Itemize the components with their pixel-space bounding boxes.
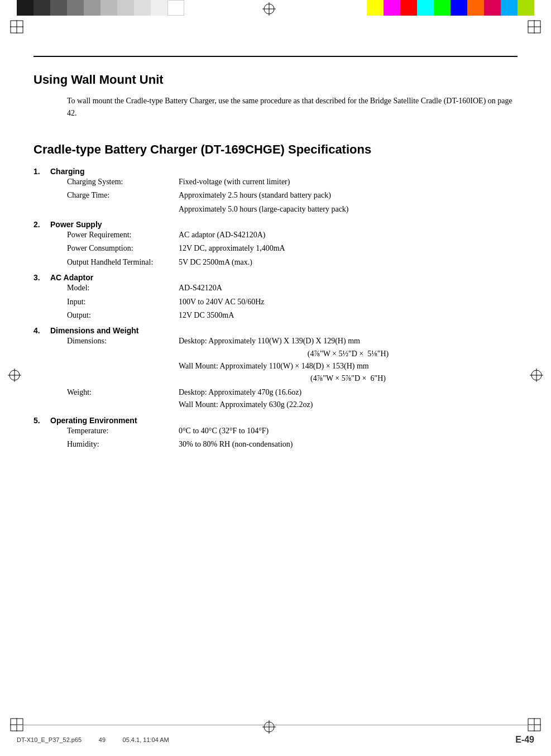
main-content: Using Wall Mount Unit To wall mount the … [33, 56, 518, 722]
spec-label: Input: [67, 296, 179, 308]
spec-number-4: 4. [33, 326, 50, 335]
spec-label: Model: [67, 282, 179, 294]
color-strip [400, 0, 417, 16]
spec-section-title-1: Charging [50, 167, 84, 176]
spec-rows-charging: Charging System: Fixed-voltage (with cur… [67, 176, 518, 216]
specs-title: Cradle-type Battery Charger (DT-169CHGE)… [33, 142, 518, 157]
footer-filename: DT-X10_E_P37_52.p65 [17, 736, 82, 743]
spec-label [67, 203, 179, 216]
top-rule [33, 56, 518, 57]
reg-mark-top [262, 2, 276, 18]
spec-label: Charge Time: [67, 189, 179, 202]
color-strip [434, 0, 451, 16]
spec-row: Power Requirement: AC adaptor (AD-S42120… [67, 229, 518, 241]
color-strip [151, 0, 167, 16]
reg-mark-bottom-left [10, 718, 23, 734]
spec-row: Power Consumption: 12V DC, approximately… [67, 242, 518, 255]
spec-value: Approximately 2.5 hours (standard batter… [179, 189, 518, 202]
spec-value: Desktop: Approximately 470g (16.6oz) Wal… [179, 386, 518, 412]
spec-number-1: 1. [33, 167, 50, 176]
footer-page-label: E-49 [276, 735, 535, 745]
spec-row: Temperature: 0°C to 40°C (32°F to 104°F) [67, 425, 518, 437]
footer-page-number: 49 [99, 736, 106, 743]
color-strip [100, 0, 117, 16]
spec-value: 100V to 240V AC 50/60Hz [179, 296, 518, 308]
spec-rows-ac: Model: AD-S42120A Input: 100V to 240V AC… [67, 282, 518, 322]
color-strip [134, 0, 151, 16]
color-strip [84, 0, 100, 16]
bottom-rule [17, 725, 534, 725]
color-strip [467, 0, 484, 16]
spec-label: Charging System: [67, 176, 179, 188]
spec-value: Approximately 5.0 hours (large-capacity … [179, 203, 518, 216]
spec-label: Temperature: [67, 425, 179, 437]
spec-value: Desktop: Approximately 110(W) X 139(D) X… [179, 335, 518, 385]
spec-rows-environment: Temperature: 0°C to 40°C (32°F to 104°F)… [67, 425, 518, 451]
color-strip [518, 0, 534, 16]
spec-value: 12V DC 3500mA [179, 309, 518, 322]
reg-mark-bottom-right [528, 718, 541, 734]
spec-row: Output Handheld Terminal: 5V DC 2500mA (… [67, 256, 518, 269]
spec-item-charging: 1. Charging Charging System: Fixed-volta… [33, 167, 518, 216]
color-strip [484, 0, 501, 16]
reg-mark-bottom-center [262, 720, 276, 736]
wall-mount-title: Using Wall Mount Unit [33, 73, 518, 87]
spec-value: 5V DC 2500mA (max.) [179, 256, 518, 269]
color-strip [117, 0, 134, 16]
spec-row: Approximately 5.0 hours (large-capacity … [67, 203, 518, 216]
spec-number-2: 2. [33, 220, 50, 229]
spec-label: Output: [67, 309, 179, 322]
color-strip [384, 0, 400, 16]
spec-value: 0°C to 40°C (32°F to 104°F) [179, 425, 518, 437]
section-wall-mount: Using Wall Mount Unit To wall mount the … [33, 73, 518, 120]
color-strip [367, 0, 384, 16]
spec-row: Output: 12V DC 3500mA [67, 309, 518, 322]
color-strip [501, 0, 518, 16]
spec-item-power: 2. Power Supply Power Requirement: AC ad… [33, 220, 518, 269]
spec-item-dimensions: 4. Dimensions and Weight Dimensions: Des… [33, 326, 518, 411]
spec-rows-power: Power Requirement: AC adaptor (AD-S42120… [67, 229, 518, 269]
spec-section-title-5: Operating Environment [50, 416, 137, 425]
color-strip [67, 0, 84, 16]
spec-label: Humidity: [67, 438, 179, 451]
color-strip [417, 0, 434, 16]
spec-item-ac: 3. AC Adaptor Model: AD-S42120A Input: 1… [33, 273, 518, 322]
spec-row: Input: 100V to 240V AC 50/60Hz [67, 296, 518, 308]
color-strip [17, 0, 33, 16]
spec-section-title-3: AC Adaptor [50, 273, 93, 282]
color-bar-right [367, 0, 534, 16]
footer-left: DT-X10_E_P37_52.p65 49 05.4.1, 11:04 AM [17, 736, 276, 743]
section-specs: Cradle-type Battery Charger (DT-169CHGE)… [33, 142, 518, 451]
spec-row: Weight: Desktop: Approximately 470g (16.… [67, 386, 518, 412]
spec-value: AC adaptor (AD-S42120A) [179, 229, 518, 241]
spec-label: Power Requirement: [67, 229, 179, 241]
color-strip [451, 0, 467, 16]
spec-value: 12V DC, approximately 1,400mA [179, 242, 518, 255]
color-strip [50, 0, 67, 16]
reg-mark-top-right [528, 20, 541, 36]
spec-value: 30% to 80% RH (non-condensation) [179, 438, 518, 451]
spec-row: Charge Time: Approximately 2.5 hours (st… [67, 189, 518, 202]
reg-mark-right [530, 369, 543, 384]
spec-label: Dimensions: [67, 335, 179, 385]
color-strip [33, 0, 50, 16]
spec-value: AD-S42120A [179, 282, 518, 294]
spec-row: Humidity: 30% to 80% RH (non-condensatio… [67, 438, 518, 451]
spec-number-5: 5. [33, 416, 50, 425]
spec-rows-dimensions: Dimensions: Desktop: Approximately 110(W… [67, 335, 518, 411]
spec-row: Charging System: Fixed-voltage (with cur… [67, 176, 518, 188]
spec-label: Power Consumption: [67, 242, 179, 255]
wall-mount-body: To wall mount the Cradle-type Battery Ch… [67, 95, 518, 120]
spec-section-title-4: Dimensions and Weight [50, 326, 138, 335]
spec-section-title-2: Power Supply [50, 220, 102, 229]
footer: DT-X10_E_P37_52.p65 49 05.4.1, 11:04 AM … [0, 735, 551, 745]
reg-mark-top-left [10, 20, 23, 36]
spec-item-environment: 5. Operating Environment Temperature: 0°… [33, 416, 518, 451]
spec-number-3: 3. [33, 273, 50, 282]
spec-row: Model: AD-S42120A [67, 282, 518, 294]
spec-label: Output Handheld Terminal: [67, 256, 179, 269]
footer-timestamp: 05.4.1, 11:04 AM [123, 736, 169, 743]
color-strip [167, 0, 184, 16]
color-bar-left [17, 0, 184, 16]
spec-value: Fixed-voltage (with current limiter) [179, 176, 518, 188]
